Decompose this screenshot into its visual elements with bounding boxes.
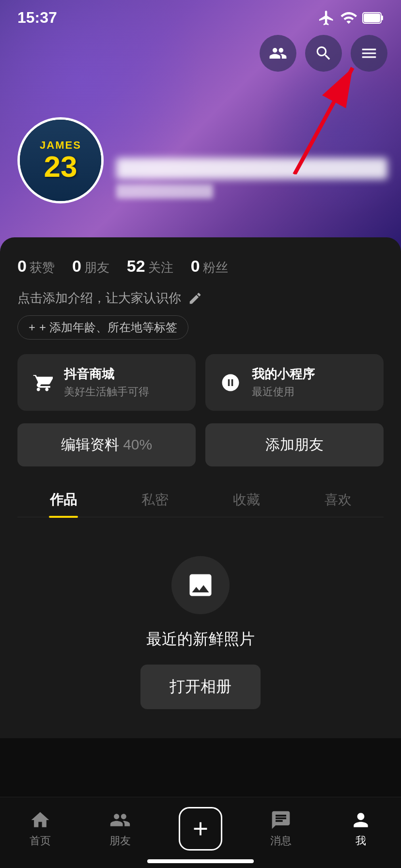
friends-button[interactable]	[260, 35, 296, 72]
edit-profile-label: 编辑资料	[61, 436, 119, 452]
mini-program-icon	[218, 370, 243, 395]
empty-content: 最近的新鲜照片 打开相册	[17, 517, 384, 738]
empty-title: 最近的新鲜照片	[146, 629, 255, 650]
menu-icon	[360, 44, 378, 62]
tab-likes-label: 喜欢	[324, 492, 352, 507]
header-actions	[260, 35, 387, 72]
tag-label: + 添加年龄、所在地等标签	[39, 320, 177, 335]
nav-friends-label: 朋友	[109, 834, 131, 848]
nav-create[interactable]	[176, 807, 225, 851]
fans-label: 粉丝	[203, 259, 228, 276]
shop-icon	[30, 370, 55, 395]
profile-header: JAMES 23	[0, 0, 401, 252]
nav-friends-icon	[109, 809, 131, 831]
stat-following[interactable]: 52 关注	[127, 257, 173, 276]
jersey-display: JAMES 23	[20, 120, 101, 201]
username-area	[116, 158, 387, 199]
message-icon	[270, 809, 292, 831]
svg-rect-1	[381, 16, 383, 20]
open-album-label: 打开相册	[170, 678, 231, 695]
friends-count: 0	[72, 257, 81, 276]
nav-messages[interactable]: 消息	[257, 809, 305, 848]
edit-profile-pct: 40%	[119, 436, 152, 452]
tags-row: + + 添加年龄、所在地等标签	[17, 315, 384, 340]
douyin-shop-card[interactable]: 抖音商城 美好生活触手可得	[17, 354, 196, 411]
avatar-wrap: JAMES 23	[17, 117, 104, 203]
edit-bio-icon[interactable]	[187, 290, 203, 307]
userid-blurred	[116, 184, 213, 199]
friends-label: 朋友	[84, 259, 109, 276]
open-album-button[interactable]: 打开相册	[140, 665, 261, 709]
nav-plus-button[interactable]	[179, 807, 222, 851]
shop-text: 抖音商城 美好生活触手可得	[64, 366, 149, 399]
mini-program-subtitle: 最近使用	[252, 385, 315, 399]
stat-likes[interactable]: 0 获赞	[17, 257, 55, 276]
jersey-number: 23	[44, 152, 77, 182]
airplane-icon	[318, 9, 335, 27]
tab-collection[interactable]: 收藏	[200, 481, 292, 517]
shop-title: 抖音商城	[64, 366, 149, 383]
tab-works-label: 作品	[50, 492, 77, 507]
status-time: 15:37	[17, 9, 57, 27]
fans-count: 0	[191, 257, 200, 276]
tab-works[interactable]: 作品	[17, 481, 109, 517]
battery-icon	[362, 11, 384, 25]
add-tags-button[interactable]: + + 添加年龄、所在地等标签	[17, 315, 188, 340]
tab-likes[interactable]: 喜欢	[292, 481, 384, 517]
add-friend-button[interactable]: 添加朋友	[205, 423, 384, 466]
bio-placeholder: 点击添加介绍，让大家认识你	[17, 290, 181, 307]
quick-links: 抖音商城 美好生活触手可得 我的小程序 最近使用	[17, 354, 384, 411]
tag-plus-icon: +	[29, 321, 35, 334]
following-count: 52	[127, 257, 145, 276]
photo-placeholder-icon	[186, 571, 215, 600]
nav-me[interactable]: 我	[337, 809, 385, 848]
tab-private[interactable]: 私密	[109, 481, 200, 517]
tab-private-label: 私密	[141, 492, 169, 507]
home-icon	[30, 809, 51, 831]
nav-me-label: 我	[355, 834, 366, 848]
nav-home[interactable]: 首页	[16, 809, 64, 848]
search-button[interactable]	[305, 35, 342, 72]
likes-label: 获赞	[30, 259, 55, 276]
stat-friends[interactable]: 0 朋友	[72, 257, 109, 276]
status-bar: 15:37	[0, 0, 401, 31]
svg-rect-2	[364, 14, 380, 22]
friends-icon	[269, 44, 287, 62]
username-blurred	[116, 158, 387, 179]
tab-collection-label: 收藏	[233, 492, 260, 507]
search-icon	[314, 44, 333, 62]
main-content: 0 获赞 0 朋友 52 关注 0 粉丝 点击添加介绍，让大家认识你 + + 添…	[0, 237, 401, 738]
plus-icon	[189, 818, 212, 840]
stat-fans[interactable]: 0 粉丝	[191, 257, 228, 276]
mini-program-title: 我的小程序	[252, 366, 315, 383]
nav-messages-label: 消息	[270, 834, 292, 848]
nav-home-label: 首页	[30, 834, 51, 848]
add-friend-label: 添加朋友	[265, 436, 324, 452]
bio-row[interactable]: 点击添加介绍，让大家认识你	[17, 290, 384, 307]
wifi-icon	[340, 9, 357, 27]
stats-row: 0 获赞 0 朋友 52 关注 0 粉丝	[17, 252, 384, 286]
edit-profile-button[interactable]: 编辑资料 40%	[17, 423, 196, 466]
home-indicator	[147, 859, 254, 863]
status-icons	[318, 9, 384, 27]
tabs-row: 作品 私密 收藏 喜欢	[17, 481, 384, 517]
empty-icon-wrap	[171, 556, 230, 614]
following-label: 关注	[148, 259, 173, 276]
bottom-nav: 首页 朋友 消息 我	[0, 797, 401, 868]
likes-count: 0	[17, 257, 27, 276]
action-buttons: 编辑资料 40% 添加朋友	[17, 423, 384, 466]
shop-subtitle: 美好生活触手可得	[64, 385, 149, 399]
menu-button[interactable]	[351, 35, 387, 72]
mini-program-card[interactable]: 我的小程序 最近使用	[205, 354, 384, 411]
nav-me-icon	[350, 809, 371, 831]
nav-friends[interactable]: 朋友	[96, 809, 144, 848]
mini-program-text: 我的小程序 最近使用	[252, 366, 315, 399]
avatar[interactable]: JAMES 23	[17, 117, 104, 203]
